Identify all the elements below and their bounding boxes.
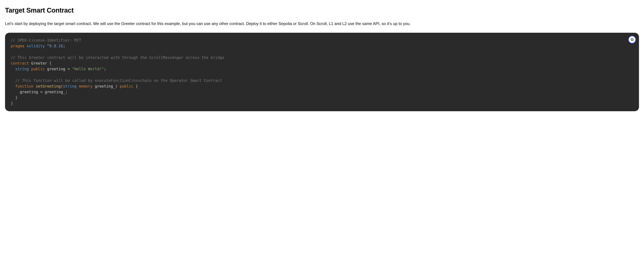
code-content: // SPDX-License-Identifier: MIT pragma s… xyxy=(11,38,633,106)
code-comment: // This Greeter contract will be interac… xyxy=(11,55,224,60)
code-indent xyxy=(11,67,15,71)
code-string: "Hello World!" xyxy=(72,67,104,71)
code-punct: { xyxy=(49,61,52,66)
code-ident: Greeter xyxy=(31,61,47,66)
code-ident: greeting_ xyxy=(95,84,115,88)
code-keyword: contract xyxy=(11,61,29,66)
code-indent xyxy=(11,78,15,83)
code-keyword: public xyxy=(31,67,45,71)
code-punct: ) xyxy=(115,84,118,88)
intro-paragraph: Let’s start by deploying the target smar… xyxy=(5,20,639,27)
code-punct: ; xyxy=(63,44,66,48)
code-punct: { xyxy=(136,84,138,88)
code-type: string xyxy=(15,67,29,71)
code-keyword: public xyxy=(120,84,133,88)
code-indent xyxy=(11,90,20,94)
copy-button[interactable] xyxy=(628,36,636,44)
code-indent xyxy=(11,84,15,88)
code-ident: greeting xyxy=(47,67,65,71)
code-comment: // SPDX-License-Identifier: MIT xyxy=(11,38,81,42)
code-keyword: solidity xyxy=(27,44,45,48)
code-punct: = xyxy=(68,67,70,71)
code-keyword: memory xyxy=(79,84,92,88)
code-indent xyxy=(11,96,15,100)
code-keyword: pragma xyxy=(11,44,24,48)
code-func: setGreeting xyxy=(36,84,61,88)
code-punct: } xyxy=(15,96,18,100)
code-block: // SPDX-License-Identifier: MIT pragma s… xyxy=(5,33,639,111)
code-comment: // This function will be called by execu… xyxy=(15,78,222,83)
code-ident: greeting xyxy=(20,90,38,94)
svg-rect-1 xyxy=(631,38,633,40)
code-type: string xyxy=(63,84,77,88)
code-punct: ( xyxy=(61,84,63,88)
code-punct: ^ xyxy=(47,44,50,48)
section-heading: Target Smart Contract xyxy=(5,5,639,16)
code-keyword: function xyxy=(15,84,33,88)
copy-icon xyxy=(630,38,634,42)
code-number: 0.8.16 xyxy=(49,44,63,48)
code-punct: } xyxy=(11,101,13,106)
code-punct: ; xyxy=(104,67,106,71)
code-ident: greeting_ xyxy=(45,90,65,94)
code-punct: = xyxy=(40,90,42,94)
code-punct: ; xyxy=(65,90,68,94)
svg-rect-0 xyxy=(632,39,633,41)
